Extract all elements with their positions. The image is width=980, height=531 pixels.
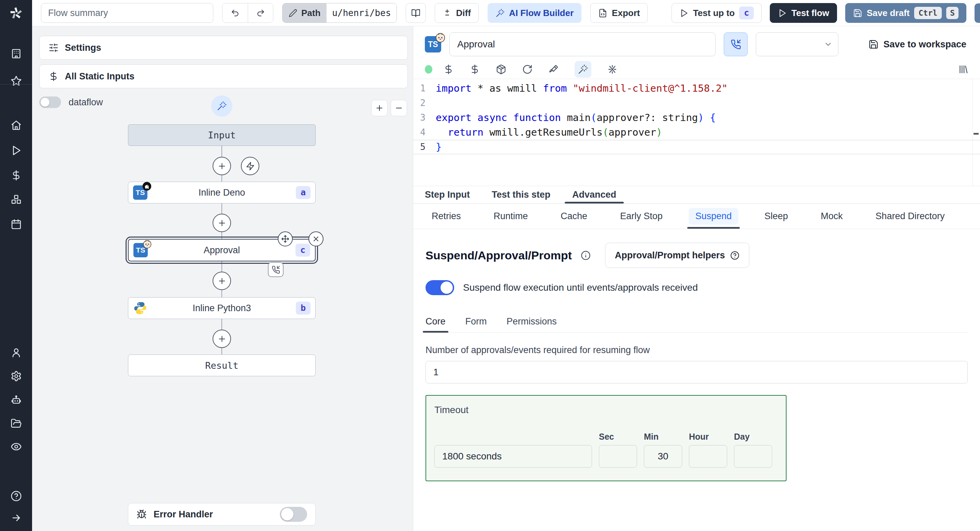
flow-settings-button[interactable]: Settings bbox=[39, 36, 408, 60]
sidebar-item-schedules[interactable] bbox=[0, 217, 32, 231]
home-icon bbox=[11, 120, 22, 131]
approval-prompt-helpers-button[interactable]: Approval/Prompt helpers bbox=[605, 243, 750, 268]
advanced-tabs: Retries Runtime Cache Early Stop Suspend… bbox=[413, 204, 980, 229]
insert-step-button[interactable] bbox=[213, 272, 231, 290]
test-up-to-button[interactable]: Test up to c bbox=[671, 3, 762, 23]
resources-tool-button[interactable] bbox=[469, 64, 480, 74]
zoom-out-button[interactable] bbox=[391, 100, 407, 116]
timeout-min-input[interactable] bbox=[644, 445, 682, 468]
tab-shared-directory[interactable]: Shared Directory bbox=[869, 204, 952, 229]
save-to-workspace-button[interactable]: Save to workspace bbox=[869, 39, 966, 50]
sidebar-item-users[interactable] bbox=[0, 346, 32, 359]
kbd-s: S bbox=[946, 7, 958, 19]
flow-node-result[interactable]: Result bbox=[128, 355, 316, 376]
approvals-count-input[interactable] bbox=[425, 361, 968, 384]
timeout-inputs-row: Sec Min Hour bbox=[434, 432, 778, 468]
variables-tool-button[interactable] bbox=[443, 64, 454, 74]
sparkles-fix-icon bbox=[607, 64, 617, 74]
flow-node-input[interactable]: Input bbox=[128, 124, 316, 146]
flow-summary-input[interactable] bbox=[41, 3, 213, 23]
undo-button[interactable] bbox=[223, 3, 248, 22]
script-library-button[interactable] bbox=[958, 64, 969, 74]
timeout-hour-input[interactable] bbox=[689, 445, 727, 468]
sidebar-item-workspace[interactable] bbox=[0, 47, 32, 60]
sidebar-item-help[interactable] bbox=[0, 489, 32, 503]
sidebar-item-resources[interactable] bbox=[0, 193, 32, 206]
tab-step-input[interactable]: Step Input bbox=[425, 186, 470, 203]
ai-fix-tool-button[interactable] bbox=[607, 64, 617, 74]
code-lines[interactable]: 1import * as wmill from "windmill-client… bbox=[413, 81, 980, 154]
sidebar-item-runs[interactable] bbox=[0, 143, 32, 157]
sidebar-item-workers[interactable] bbox=[0, 393, 32, 407]
error-handler-node[interactable]: Error Handler bbox=[128, 503, 316, 526]
dollar-icon bbox=[48, 71, 59, 81]
suspend-approval-indicator[interactable] bbox=[268, 262, 283, 277]
zoom-in-button[interactable] bbox=[371, 100, 388, 116]
sidebar-item-folders[interactable] bbox=[0, 417, 32, 430]
move-node-handle[interactable] bbox=[278, 231, 293, 246]
eye-icon bbox=[11, 441, 22, 452]
flow-ai-assistant-button[interactable] bbox=[211, 95, 232, 117]
insert-step-button[interactable] bbox=[213, 330, 231, 348]
tab-runtime[interactable]: Runtime bbox=[487, 204, 535, 229]
diff-button[interactable]: Diff bbox=[435, 3, 479, 23]
all-static-inputs-button[interactable]: All Static Inputs bbox=[39, 64, 408, 88]
tab-form[interactable]: Form bbox=[465, 316, 487, 332]
docs-button[interactable] bbox=[406, 3, 426, 23]
phone-incoming-icon bbox=[272, 265, 280, 274]
insert-step-button[interactable] bbox=[213, 157, 231, 175]
tab-advanced[interactable]: Advanced bbox=[572, 186, 616, 203]
info-icon[interactable] bbox=[581, 250, 591, 260]
redo-button[interactable] bbox=[248, 3, 273, 22]
undo-icon bbox=[231, 8, 240, 17]
windmill-logo[interactable] bbox=[0, 0, 32, 26]
move-icon bbox=[281, 235, 290, 243]
delete-node-button[interactable] bbox=[309, 231, 323, 246]
tab-sleep[interactable]: Sleep bbox=[757, 204, 795, 229]
sidebar-item-variables[interactable] bbox=[0, 168, 32, 182]
tab-suspend[interactable]: Suspend bbox=[689, 204, 739, 229]
deploy-button-clipped[interactable] bbox=[975, 3, 980, 23]
sidebar-expand-button[interactable] bbox=[0, 511, 32, 525]
insert-step-button[interactable] bbox=[213, 214, 231, 232]
tab-retries[interactable]: Retries bbox=[425, 204, 468, 229]
tab-cache[interactable]: Cache bbox=[554, 204, 594, 229]
tab-early-stop[interactable]: Early Stop bbox=[613, 204, 670, 229]
tab-label: Shared Directory bbox=[869, 208, 952, 225]
typescript-logo: TS bbox=[133, 185, 147, 200]
step-name-input[interactable] bbox=[449, 32, 716, 56]
suspend-approval-badge-button[interactable] bbox=[724, 32, 748, 56]
export-button[interactable]: Export bbox=[590, 3, 648, 23]
sidebar-item-favorites[interactable] bbox=[0, 74, 32, 87]
timeout-summary-input[interactable] bbox=[434, 445, 592, 468]
ai-gen-tool-button[interactable] bbox=[574, 61, 591, 78]
tab-core[interactable]: Core bbox=[425, 316, 445, 332]
package-tool-button[interactable] bbox=[496, 64, 506, 74]
suspend-enabled-toggle[interactable] bbox=[425, 280, 454, 295]
wand-sparkles-icon bbox=[217, 101, 227, 111]
trigger-button[interactable] bbox=[241, 157, 259, 175]
editor-minimap[interactable] bbox=[972, 79, 980, 186]
sidebar-item-audit[interactable] bbox=[0, 440, 32, 453]
path-button[interactable]: Path u/henri/bes bbox=[282, 3, 397, 23]
format-tool-button[interactable] bbox=[548, 64, 559, 74]
step-template-select[interactable] bbox=[756, 32, 838, 56]
tab-test-this-step[interactable]: Test this step bbox=[492, 186, 550, 203]
flow-node-approval-selected[interactable]: TS Approval c bbox=[128, 239, 316, 262]
flow-node-inline-python3[interactable]: Inline Python3 b bbox=[128, 297, 316, 319]
timeout-day-input[interactable] bbox=[734, 445, 772, 468]
tab-permissions[interactable]: Permissions bbox=[507, 316, 557, 332]
error-handler-toggle[interactable] bbox=[280, 507, 307, 522]
building-icon bbox=[11, 48, 22, 59]
sidebar-item-settings[interactable] bbox=[0, 369, 32, 383]
test-flow-button[interactable]: Test flow bbox=[770, 3, 837, 23]
dataflow-toggle[interactable] bbox=[39, 97, 61, 108]
ai-flow-builder-button[interactable]: AI Flow Builder bbox=[488, 3, 581, 23]
timeout-sec-input[interactable] bbox=[599, 445, 637, 468]
reload-tool-button[interactable] bbox=[522, 64, 533, 74]
tab-mock[interactable]: Mock bbox=[814, 204, 850, 229]
node-id-badge: a bbox=[296, 186, 310, 199]
flow-node-inline-deno[interactable]: TS Inline Deno a bbox=[128, 182, 316, 203]
save-draft-button[interactable]: Save draft Ctrl S bbox=[845, 3, 966, 23]
sidebar-item-home[interactable] bbox=[0, 118, 32, 132]
